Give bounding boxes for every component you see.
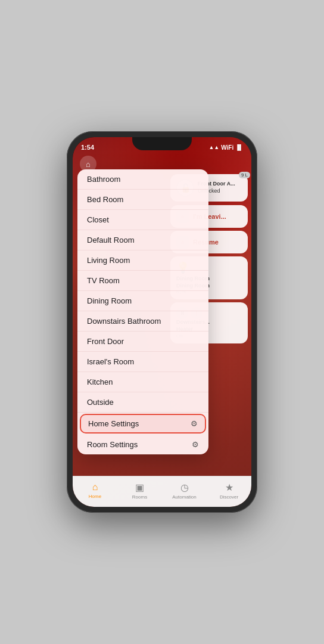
tab-home[interactable]: ⌂ Home <box>73 482 117 499</box>
menu-item-label: Bathroom <box>87 175 120 184</box>
menu-item-label: Outside <box>87 398 114 407</box>
phone-frame: 1:54 ▲▲ WiFi ▐▌ ⌂ Bathroom Bed R <box>67 131 257 513</box>
wifi-icon: WiFi <box>221 144 233 151</box>
automation-tab-label: Automation <box>172 494 196 500</box>
automation-tab-icon: ◷ <box>180 482 189 493</box>
menu-item-israels-room[interactable]: Israel's Room <box>77 352 208 372</box>
menu-item-label: TV Room <box>87 276 120 285</box>
menu-item-label: Dining Room <box>87 296 132 305</box>
tab-automation[interactable]: ◷ Automation <box>162 482 207 500</box>
room-dropdown-menu: Bathroom Bed Room Closet Default Room Li… <box>77 169 208 454</box>
menu-item-label: Default Room <box>87 236 134 244</box>
tab-bar: ⌂ Home ▣ Rooms ◷ Automation ★ Discover <box>73 476 251 507</box>
menu-item-label: Closet <box>87 215 109 224</box>
menu-item-closet[interactable]: Closet <box>77 210 208 230</box>
home-tab-icon: ⌂ <box>92 482 98 493</box>
menu-item-kitchen[interactable]: Kitchen <box>77 372 208 392</box>
menu-item-label: Kitchen <box>87 377 113 386</box>
discover-tab-icon: ★ <box>225 482 233 493</box>
menu-item-room-settings[interactable]: Room Settings ⚙ <box>77 435 208 454</box>
menu-item-label: Front Door <box>87 337 124 346</box>
menu-item-label: Bed Room <box>87 195 123 204</box>
menu-item-living-room[interactable]: Living Room <box>77 250 208 271</box>
menu-item-label: Downstairs Bathroom <box>87 317 161 326</box>
tab-discover[interactable]: ★ Discover <box>207 482 251 500</box>
signal-icon: ▲▲ <box>208 144 219 150</box>
rooms-tab-icon: ▣ <box>135 482 144 493</box>
menu-item-default-room[interactable]: Default Room <box>77 230 208 250</box>
home-tab-label: Home <box>89 494 101 499</box>
menu-item-dining-room[interactable]: Dining Room <box>77 291 208 311</box>
battery-icon: ▐▌ <box>235 144 243 150</box>
status-time: 1:54 <box>81 144 94 151</box>
menu-item-downstairs-bathroom[interactable]: Downstairs Bathroom <box>77 311 208 332</box>
screen: 1:54 ▲▲ WiFi ▐▌ ⌂ Bathroom Bed R <box>73 137 251 507</box>
menu-item-bedroom[interactable]: Bed Room <box>77 190 208 210</box>
gear-icon: ⚙ <box>191 419 198 428</box>
status-icons: ▲▲ WiFi ▐▌ <box>208 144 243 151</box>
rooms-tab-label: Rooms <box>132 494 147 500</box>
gear-icon: ⚙ <box>192 440 199 449</box>
tab-rooms[interactable]: ▣ Rooms <box>117 482 162 500</box>
menu-item-label: Living Room <box>87 256 130 265</box>
menu-item-bathroom[interactable]: Bathroom <box>77 169 208 190</box>
menu-item-label: Home Settings <box>88 419 139 428</box>
discover-tab-label: Discover <box>220 494 238 500</box>
menu-item-tv-room[interactable]: TV Room <box>77 271 208 291</box>
home-icon: ⌂ <box>86 160 91 169</box>
menu-item-front-door[interactable]: Front Door <box>77 332 208 352</box>
notch <box>132 137 192 150</box>
phone-screen: 1:54 ▲▲ WiFi ▐▌ ⌂ Bathroom Bed R <box>73 137 251 507</box>
menu-item-label: Israel's Room <box>87 357 134 366</box>
menu-item-outside[interactable]: Outside <box>77 392 208 413</box>
menu-item-label: Room Settings <box>87 440 138 449</box>
menu-item-home-settings[interactable]: Home Settings ⚙ <box>80 414 206 434</box>
